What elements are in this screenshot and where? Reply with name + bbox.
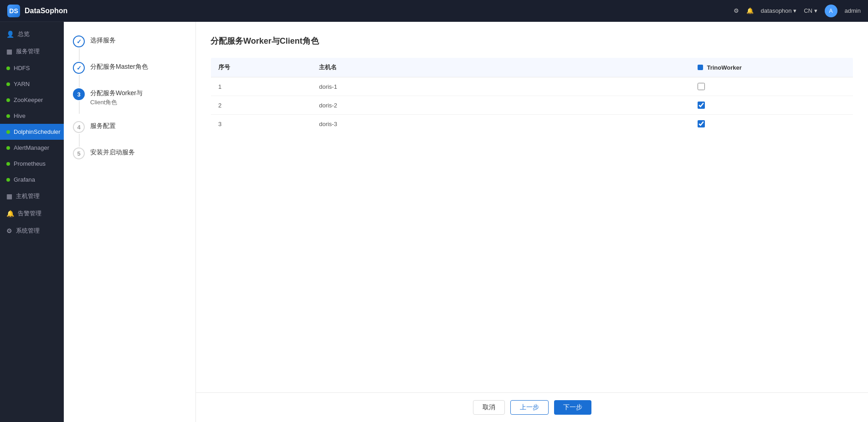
col-header-trino: TrinoWorker	[690, 58, 853, 77]
language-dropdown[interactable]: CN ▾	[804, 7, 817, 14]
row2-host: doris-2	[312, 96, 690, 115]
bell-icon[interactable]: 🔔	[746, 7, 754, 14]
logo-text: DataSophon	[25, 7, 67, 15]
prometheus-status-dot	[6, 162, 10, 166]
top-nav: DS DataSophon ⚙ 🔔 datasophon ▾ CN ▾ A ad…	[0, 0, 868, 22]
col-header-seq: 序号	[211, 58, 312, 77]
hdfs-status-dot	[6, 66, 10, 70]
hive-status-dot	[6, 114, 10, 118]
top-nav-right: ⚙ 🔔 datasophon ▾ CN ▾ A admin	[734, 5, 861, 17]
sidebar-label-system-mgmt: 系统管理	[16, 227, 40, 235]
row3-seq: 3	[211, 115, 312, 133]
table-row: 2 doris-2	[211, 96, 853, 115]
settings-icon[interactable]: ⚙	[734, 7, 739, 14]
content-area: 服务管理 > DS 选择服务	[64, 22, 868, 422]
step-item-4: 4 服务配置	[73, 121, 186, 133]
step-title-1: 选择服务	[90, 36, 116, 45]
sidebar-label-hive: Hive	[14, 112, 26, 119]
row1-trino-checkbox[interactable]	[698, 83, 705, 90]
sidebar-label-alertmanager: AlertManager	[14, 144, 49, 151]
sidebar-label-alert-mgmt: 告警管理	[18, 209, 41, 218]
step-subtitle-3: Client角色	[90, 98, 143, 107]
sidebar-item-prometheus[interactable]: Prometheus	[0, 156, 64, 172]
row3-host: doris-3	[312, 115, 690, 133]
modal-main-content: 分配服务Worker与Client角色 序号 主机名 TrinoWorker	[196, 22, 868, 422]
alertmanager-status-dot	[6, 146, 10, 150]
step-item-1: 选择服务	[73, 36, 186, 47]
step-circle-5: 5	[73, 147, 85, 159]
step-title-5: 安装并启动服务	[90, 148, 135, 157]
sidebar-label-yarn: YARN	[14, 81, 30, 87]
step-item-5: 5 安装并启动服务	[73, 147, 186, 159]
sidebar-item-hive[interactable]: Hive	[0, 108, 64, 124]
overview-icon: 👤	[6, 31, 14, 38]
step-title-2: 分配服务Master角色	[90, 63, 148, 71]
sidebar-item-dolphinscheduler[interactable]: DolphinScheduler	[0, 124, 64, 140]
step-circle-3: 3	[73, 88, 85, 100]
row3-trino-cell	[690, 115, 853, 133]
sidebar-item-host-mgmt[interactable]: ▦ 主机管理	[0, 188, 64, 205]
next-button[interactable]: 下一步	[554, 400, 591, 415]
step-text-4: 服务配置	[90, 121, 116, 130]
step-circle-4: 4	[73, 121, 85, 133]
zookeeper-status-dot	[6, 98, 10, 102]
sidebar-item-alertmanager[interactable]: AlertManager	[0, 140, 64, 156]
alert-mgmt-icon: 🔔	[6, 210, 14, 217]
sidebar-item-overview[interactable]: 👤 总览	[0, 25, 64, 43]
row2-seq: 2	[211, 96, 312, 115]
step-item-3: 3 分配服务Worker与 Client角色	[73, 88, 186, 107]
sidebar-item-alert-mgmt[interactable]: 🔔 告警管理	[0, 205, 64, 222]
sidebar-item-yarn[interactable]: YARN	[0, 76, 64, 92]
step-text-3: 分配服务Worker与 Client角色	[90, 88, 143, 107]
sidebar-label-grafana: Grafana	[14, 176, 35, 183]
trino-dot-icon	[698, 65, 703, 70]
modal-overlay: 选择服务 分配服务Master角色 3 分配服务Worke	[64, 22, 868, 422]
step-circle-2	[73, 62, 85, 74]
yarn-status-dot	[6, 82, 10, 86]
logo-area: DS DataSophon	[7, 5, 67, 17]
steps-sidebar: 选择服务 分配服务Master角色 3 分配服务Worke	[64, 22, 196, 422]
sidebar-label-zookeeper: ZooKeeper	[14, 97, 43, 103]
prev-button[interactable]: 上一步	[510, 400, 549, 415]
step-text-2: 分配服务Master角色	[90, 62, 148, 71]
table-row: 1 doris-1	[211, 77, 853, 96]
row3-trino-checkbox[interactable]	[698, 120, 705, 127]
step-title-3: 分配服务Worker与	[90, 89, 143, 97]
step-circle-1	[73, 36, 85, 47]
logo-icon: DS	[7, 5, 20, 17]
row2-trino-checkbox[interactable]	[698, 102, 705, 109]
sidebar-item-zookeeper[interactable]: ZooKeeper	[0, 92, 64, 108]
main-layout: 👤 总览 ▦ 服务管理 HDFS YARN ZooKeeper Hive Dol…	[0, 22, 868, 422]
table-row: 3 doris-3	[211, 115, 853, 133]
step-title-4: 服务配置	[90, 122, 116, 130]
service-mgmt-icon: ▦	[6, 48, 12, 55]
modal-title: 分配服务Worker与Client角色	[211, 36, 853, 46]
col-header-host: 主机名	[312, 58, 690, 77]
host-mgmt-icon: ▦	[6, 193, 12, 200]
sidebar-item-system-mgmt[interactable]: ⚙ 系统管理	[0, 222, 64, 239]
avatar[interactable]: A	[825, 5, 837, 17]
system-mgmt-icon: ⚙	[6, 227, 12, 234]
sidebar-label-dolphin: DolphinScheduler	[14, 128, 61, 135]
modal-footer: 取消 上一步 下一步	[196, 392, 868, 422]
sidebar-item-grafana[interactable]: Grafana	[0, 172, 64, 188]
sidebar-item-service-mgmt[interactable]: ▦ 服务管理	[0, 43, 64, 60]
row1-seq: 1	[211, 77, 312, 96]
sidebar-label-hdfs: HDFS	[14, 65, 30, 71]
assign-table: 序号 主机名 TrinoWorker	[211, 57, 853, 133]
admin-label: admin	[845, 7, 861, 14]
row2-trino-cell	[690, 96, 853, 115]
sidebar-label-overview: 总览	[18, 30, 30, 38]
modal-panel: 选择服务 分配服务Master角色 3 分配服务Worke	[64, 22, 868, 422]
row1-host: doris-1	[312, 77, 690, 96]
step-text-1: 选择服务	[90, 36, 116, 45]
sidebar-label-host-mgmt: 主机管理	[16, 192, 40, 200]
sidebar-label-service-mgmt: 服务管理	[16, 47, 40, 56]
user-dropdown[interactable]: datasophon ▾	[761, 7, 797, 14]
cancel-button[interactable]: 取消	[473, 400, 505, 415]
row1-trino-cell	[690, 77, 853, 96]
sidebar-label-prometheus: Prometheus	[14, 160, 46, 167]
sidebar: 👤 总览 ▦ 服务管理 HDFS YARN ZooKeeper Hive Dol…	[0, 22, 64, 422]
dolphin-status-dot	[6, 130, 10, 134]
sidebar-item-hdfs[interactable]: HDFS	[0, 60, 64, 76]
